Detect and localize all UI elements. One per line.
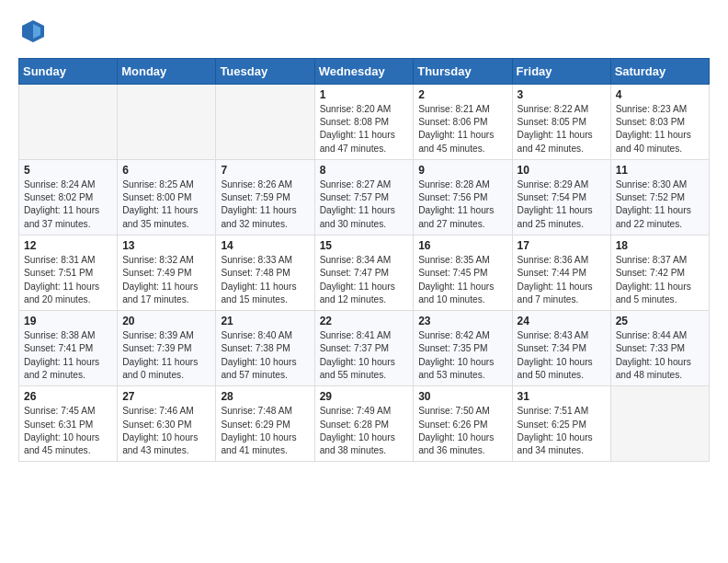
calendar-week-5: 26Sunrise: 7:45 AM Sunset: 6:31 PM Dayli… <box>19 386 710 462</box>
cell-content: Sunrise: 8:29 AM Sunset: 7:54 PM Dayligh… <box>518 178 606 231</box>
calendar-cell: 23Sunrise: 8:42 AM Sunset: 7:35 PM Dayli… <box>414 311 512 386</box>
cell-content: Sunrise: 8:36 AM Sunset: 7:44 PM Dayligh… <box>518 254 606 306</box>
day-number: 9 <box>418 164 506 177</box>
day-number: 7 <box>221 164 309 177</box>
cell-content: Sunrise: 7:51 AM Sunset: 6:25 PM Dayligh… <box>518 405 606 457</box>
day-number: 15 <box>320 239 409 252</box>
calendar-cell: 22Sunrise: 8:41 AM Sunset: 7:37 PM Dayli… <box>314 311 414 386</box>
day-number: 6 <box>122 164 210 177</box>
logo-icon <box>20 18 46 44</box>
calendar-cell <box>216 84 314 159</box>
calendar-table: SundayMondayTuesdayWednesdayThursdayFrid… <box>18 58 710 463</box>
calendar-cell: 12Sunrise: 8:31 AM Sunset: 7:51 PM Dayli… <box>19 236 118 311</box>
calendar-cell: 14Sunrise: 8:33 AM Sunset: 7:48 PM Dayli… <box>216 236 314 311</box>
cell-content: Sunrise: 8:43 AM Sunset: 7:34 PM Dayligh… <box>518 329 606 382</box>
cell-content: Sunrise: 8:34 AM Sunset: 7:47 PM Dayligh… <box>320 254 409 306</box>
calendar-cell: 6Sunrise: 8:25 AM Sunset: 8:00 PM Daylig… <box>118 159 216 235</box>
cell-content: Sunrise: 7:48 AM Sunset: 6:29 PM Dayligh… <box>221 405 309 457</box>
day-number: 2 <box>418 88 506 101</box>
day-header-saturday: Saturday <box>610 58 709 84</box>
cell-content: Sunrise: 8:22 AM Sunset: 8:05 PM Dayligh… <box>518 103 606 155</box>
calendar-week-3: 12Sunrise: 8:31 AM Sunset: 7:51 PM Dayli… <box>19 236 710 311</box>
calendar-cell: 18Sunrise: 8:37 AM Sunset: 7:42 PM Dayli… <box>610 236 709 311</box>
calendar-cell: 7Sunrise: 8:26 AM Sunset: 7:59 PM Daylig… <box>216 159 314 235</box>
cell-content: Sunrise: 7:49 AM Sunset: 6:28 PM Dayligh… <box>320 405 409 457</box>
day-header-thursday: Thursday <box>414 58 512 84</box>
calendar-cell: 20Sunrise: 8:39 AM Sunset: 7:39 PM Dayli… <box>118 311 216 386</box>
day-number: 16 <box>418 239 506 252</box>
calendar-cell: 27Sunrise: 7:46 AM Sunset: 6:30 PM Dayli… <box>118 386 216 462</box>
calendar-cell: 19Sunrise: 8:38 AM Sunset: 7:41 PM Dayli… <box>19 311 118 386</box>
day-number: 28 <box>221 390 309 403</box>
day-number: 10 <box>518 164 606 177</box>
day-number: 12 <box>24 239 112 252</box>
calendar-cell <box>19 84 118 159</box>
calendar-cell: 21Sunrise: 8:40 AM Sunset: 7:38 PM Dayli… <box>216 311 314 386</box>
cell-content: Sunrise: 8:30 AM Sunset: 7:52 PM Dayligh… <box>616 178 704 231</box>
cell-content: Sunrise: 8:32 AM Sunset: 7:49 PM Dayligh… <box>122 254 210 306</box>
calendar-cell: 24Sunrise: 8:43 AM Sunset: 7:34 PM Dayli… <box>512 311 610 386</box>
cell-content: Sunrise: 8:40 AM Sunset: 7:38 PM Dayligh… <box>221 329 309 382</box>
calendar-body: 1Sunrise: 8:20 AM Sunset: 8:08 PM Daylig… <box>19 84 710 462</box>
day-number: 3 <box>518 88 606 101</box>
day-number: 31 <box>518 390 606 403</box>
cell-content: Sunrise: 8:31 AM Sunset: 7:51 PM Dayligh… <box>24 254 112 306</box>
day-number: 20 <box>122 315 210 327</box>
day-number: 17 <box>518 239 606 252</box>
calendar-cell: 31Sunrise: 7:51 AM Sunset: 6:25 PM Dayli… <box>512 386 610 462</box>
day-number: 19 <box>24 315 112 327</box>
day-number: 25 <box>616 315 704 327</box>
calendar-cell: 30Sunrise: 7:50 AM Sunset: 6:26 PM Dayli… <box>414 386 512 462</box>
day-number: 11 <box>616 164 704 177</box>
calendar-week-4: 19Sunrise: 8:38 AM Sunset: 7:41 PM Dayli… <box>19 311 710 386</box>
cell-content: Sunrise: 8:24 AM Sunset: 8:02 PM Dayligh… <box>24 178 112 231</box>
calendar-cell: 17Sunrise: 8:36 AM Sunset: 7:44 PM Dayli… <box>512 236 610 311</box>
cell-content: Sunrise: 8:26 AM Sunset: 7:59 PM Dayligh… <box>221 178 309 231</box>
calendar-cell: 9Sunrise: 8:28 AM Sunset: 7:56 PM Daylig… <box>414 159 512 235</box>
calendar-cell: 2Sunrise: 8:21 AM Sunset: 8:06 PM Daylig… <box>414 84 512 159</box>
day-number: 22 <box>320 315 409 327</box>
cell-content: Sunrise: 8:42 AM Sunset: 7:35 PM Dayligh… <box>418 329 506 382</box>
cell-content: Sunrise: 7:50 AM Sunset: 6:26 PM Dayligh… <box>418 405 506 457</box>
calendar-cell: 13Sunrise: 8:32 AM Sunset: 7:49 PM Dayli… <box>118 236 216 311</box>
day-number: 5 <box>24 164 112 177</box>
day-number: 26 <box>24 390 112 403</box>
day-number: 4 <box>616 88 704 101</box>
calendar-week-2: 5Sunrise: 8:24 AM Sunset: 8:02 PM Daylig… <box>19 159 710 235</box>
cell-content: Sunrise: 8:37 AM Sunset: 7:42 PM Dayligh… <box>616 254 704 306</box>
calendar-cell <box>118 84 216 159</box>
day-number: 18 <box>616 239 704 252</box>
day-number: 14 <box>221 239 309 252</box>
calendar-cell: 11Sunrise: 8:30 AM Sunset: 7:52 PM Dayli… <box>610 159 709 235</box>
cell-content: Sunrise: 8:41 AM Sunset: 7:37 PM Dayligh… <box>320 329 409 382</box>
cell-content: Sunrise: 8:33 AM Sunset: 7:48 PM Dayligh… <box>221 254 309 306</box>
calendar-week-1: 1Sunrise: 8:20 AM Sunset: 8:08 PM Daylig… <box>19 84 710 159</box>
day-number: 30 <box>418 390 506 403</box>
calendar-cell: 3Sunrise: 8:22 AM Sunset: 8:05 PM Daylig… <box>512 84 610 159</box>
calendar-cell: 10Sunrise: 8:29 AM Sunset: 7:54 PM Dayli… <box>512 159 610 235</box>
cell-content: Sunrise: 8:21 AM Sunset: 8:06 PM Dayligh… <box>418 103 506 155</box>
cell-content: Sunrise: 8:38 AM Sunset: 7:41 PM Dayligh… <box>24 329 112 382</box>
calendar-cell: 4Sunrise: 8:23 AM Sunset: 8:03 PM Daylig… <box>610 84 709 159</box>
day-number: 8 <box>320 164 409 177</box>
calendar-cell: 26Sunrise: 7:45 AM Sunset: 6:31 PM Dayli… <box>19 386 118 462</box>
calendar-header-row: SundayMondayTuesdayWednesdayThursdayFrid… <box>19 58 710 84</box>
calendar-cell: 16Sunrise: 8:35 AM Sunset: 7:45 PM Dayli… <box>414 236 512 311</box>
cell-content: Sunrise: 8:28 AM Sunset: 7:56 PM Dayligh… <box>418 178 506 231</box>
page-header <box>18 18 710 49</box>
day-number: 29 <box>320 390 409 403</box>
calendar-cell: 1Sunrise: 8:20 AM Sunset: 8:08 PM Daylig… <box>314 84 414 159</box>
day-number: 23 <box>418 315 506 327</box>
cell-content: Sunrise: 8:25 AM Sunset: 8:00 PM Dayligh… <box>122 178 210 231</box>
cell-content: Sunrise: 8:39 AM Sunset: 7:39 PM Dayligh… <box>122 329 210 382</box>
logo <box>18 18 46 49</box>
cell-content: Sunrise: 8:27 AM Sunset: 7:57 PM Dayligh… <box>320 178 409 231</box>
day-number: 27 <box>122 390 210 403</box>
calendar-cell: 28Sunrise: 7:48 AM Sunset: 6:29 PM Dayli… <box>216 386 314 462</box>
calendar-cell: 15Sunrise: 8:34 AM Sunset: 7:47 PM Dayli… <box>314 236 414 311</box>
day-number: 13 <box>122 239 210 252</box>
calendar-cell: 8Sunrise: 8:27 AM Sunset: 7:57 PM Daylig… <box>314 159 414 235</box>
day-header-sunday: Sunday <box>19 58 118 84</box>
day-header-friday: Friday <box>512 58 610 84</box>
calendar-cell <box>610 386 709 462</box>
